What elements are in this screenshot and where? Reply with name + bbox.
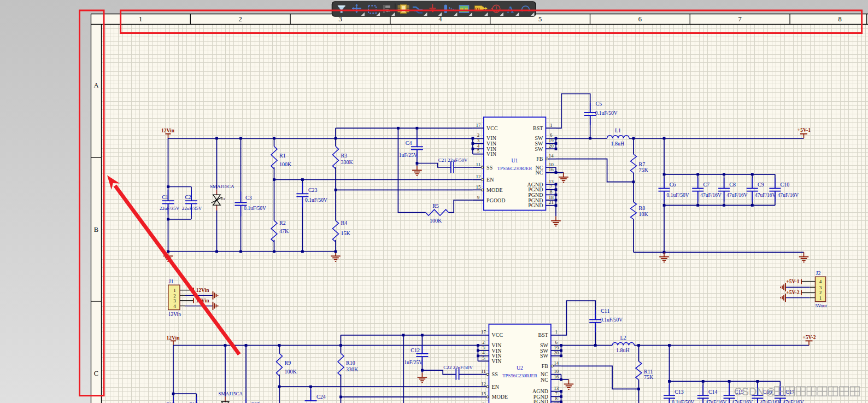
svg-text:10K: 10K [639, 211, 649, 217]
svg-text:2: 2 [477, 132, 480, 138]
svg-text:U2: U2 [517, 365, 523, 371]
svg-text:C: C [94, 370, 98, 377]
svg-text:12Vin: 12Vin [161, 128, 175, 133]
svg-text:11: 11 [481, 369, 486, 374]
svg-text:NC: NC [541, 377, 548, 383]
svg-text:0.1uF/50V: 0.1uF/50V [595, 110, 618, 116]
svg-text:MODE: MODE [492, 394, 508, 400]
svg-text:R8: R8 [639, 205, 646, 211]
svg-text:75K: 75K [639, 167, 649, 173]
svg-text:BST: BST [533, 125, 543, 131]
svg-text:1: 1 [139, 15, 142, 23]
svg-text:75K: 75K [644, 374, 654, 380]
svg-text:+5V-2: +5V-2 [786, 290, 799, 295]
svg-text:7: 7 [738, 15, 742, 23]
svg-text:8: 8 [550, 189, 553, 195]
svg-text:SS: SS [486, 165, 492, 171]
svg-text:6: 6 [550, 132, 553, 138]
svg-text:2: 2 [239, 15, 242, 23]
svg-text:FB: FB [536, 156, 543, 162]
svg-text:4: 4 [173, 303, 176, 309]
svg-text:R5: R5 [432, 203, 439, 209]
svg-text:C16: C16 [189, 401, 198, 403]
svg-text:17: 17 [476, 122, 481, 128]
svg-text:0.1uF/50V: 0.1uF/50V [667, 192, 689, 198]
svg-text:19: 19 [549, 138, 554, 143]
svg-text:2: 2 [482, 340, 485, 345]
svg-text:C23: C23 [308, 187, 318, 193]
svg-text:47uF/16V: 47uF/16V [755, 192, 776, 198]
svg-text:6: 6 [555, 340, 558, 345]
svg-text:4: 4 [482, 350, 485, 355]
svg-text:12Vin: 12Vin [167, 335, 180, 341]
svg-text:+5V-2: +5V-2 [802, 335, 816, 340]
svg-text:47uF/16V: 47uF/16V [700, 192, 722, 198]
svg-text:15: 15 [476, 184, 481, 190]
svg-text:PGND: PGND [528, 202, 543, 208]
svg-text:TPS56C230RJER: TPS56C230RJER [497, 166, 532, 171]
svg-text:C15: C15 [166, 401, 175, 403]
svg-text:330K: 330K [346, 366, 359, 372]
svg-text:C9: C9 [758, 182, 764, 188]
svg-text:C22 22nF/50V: C22 22nF/50V [443, 365, 473, 370]
svg-text:J1: J1 [169, 278, 174, 284]
svg-text:L2: L2 [620, 335, 626, 341]
svg-text:17: 17 [481, 329, 486, 335]
svg-text:100K: 100K [285, 369, 297, 375]
svg-text:12: 12 [476, 174, 480, 179]
svg-text:8: 8 [838, 15, 841, 23]
svg-text:C3: C3 [245, 195, 252, 201]
svg-text:U1: U1 [511, 157, 518, 163]
svg-text:C12: C12 [410, 347, 420, 353]
svg-text:12Vin: 12Vin [168, 312, 181, 317]
svg-text:4: 4 [819, 279, 822, 284]
svg-text:3: 3 [482, 345, 485, 351]
svg-text:R2: R2 [279, 220, 286, 226]
svg-text:SS: SS [492, 371, 498, 377]
svg-text:47uF/16V: 47uF/16V [726, 192, 748, 198]
svg-text:22uF/35V: 22uF/35V [160, 206, 180, 211]
svg-text:C21 22nF/50V: C21 22nF/50V [438, 157, 468, 163]
svg-text:20: 20 [554, 350, 559, 355]
svg-text:CSDN: CSDN [734, 386, 764, 398]
svg-text:22uF/35V: 22uF/35V [182, 206, 202, 211]
svg-text:C5: C5 [596, 101, 602, 107]
svg-text:1uF/25V: 1uF/25V [399, 153, 418, 158]
svg-text:R10: R10 [346, 360, 355, 366]
svg-text:D1: D1 [221, 197, 225, 201]
svg-text:47uF/16V: 47uF/16V [783, 400, 804, 403]
svg-text:BST: BST [538, 332, 548, 338]
svg-text:R1: R1 [279, 153, 286, 159]
svg-text:0.1uF/50V: 0.1uF/50V [600, 317, 623, 323]
svg-text:100K: 100K [279, 161, 292, 167]
svg-text:16: 16 [549, 167, 554, 172]
svg-text:6: 6 [638, 15, 642, 23]
svg-text:C10: C10 [781, 182, 790, 188]
svg-text:1.8uH: 1.8uH [611, 141, 625, 147]
svg-text:20: 20 [549, 143, 554, 149]
svg-text:+5V-1: +5V-1 [797, 127, 811, 133]
svg-text:C14: C14 [708, 389, 718, 395]
svg-text:5: 5 [538, 15, 542, 23]
svg-text:13: 13 [554, 386, 559, 391]
svg-text:1: 1 [550, 122, 553, 128]
svg-text:C1: C1 [162, 194, 168, 200]
svg-text:330K: 330K [341, 159, 354, 165]
svg-text:47uF/16V: 47uF/16V [760, 400, 781, 403]
svg-text:C2: C2 [185, 194, 191, 200]
svg-text:VIN: VIN [492, 358, 502, 364]
svg-text:B: B [94, 226, 98, 233]
svg-text:SW: SW [540, 353, 549, 359]
svg-text:47uF/16V: 47uF/16V [706, 400, 727, 403]
svg-text:47uF/16V: 47uF/16V [732, 400, 753, 403]
svg-text:C24: C24 [316, 394, 326, 400]
svg-text:5: 5 [477, 148, 480, 154]
svg-text:1: 1 [173, 288, 176, 293]
svg-text:12: 12 [481, 381, 486, 387]
svg-text:15: 15 [481, 391, 486, 396]
svg-text:11: 11 [476, 162, 481, 167]
svg-text:5Vout: 5Vout [816, 303, 828, 308]
svg-text:C4: C4 [406, 140, 412, 146]
svg-text:10: 10 [549, 162, 554, 167]
svg-text:1.8uH: 1.8uH [616, 347, 630, 353]
